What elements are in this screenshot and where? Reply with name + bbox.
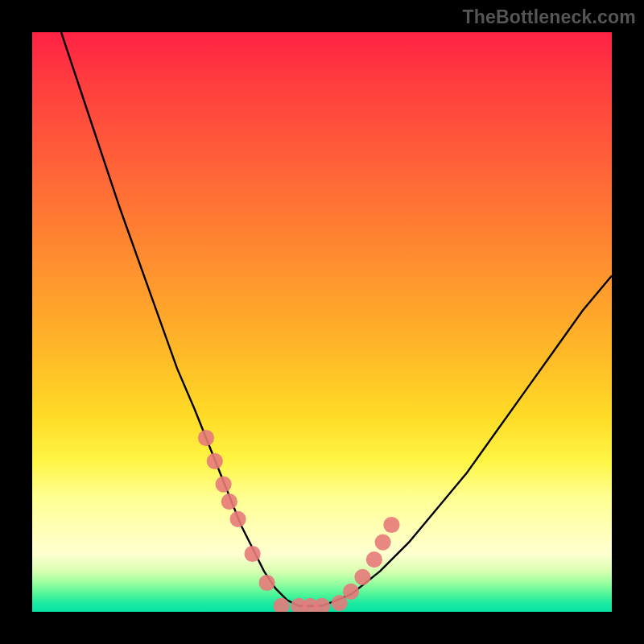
watermark-text: TheBottleneck.com [462, 6, 636, 28]
data-point [366, 551, 382, 568]
data-point [259, 575, 275, 591]
data-point [383, 517, 399, 533]
data-point [216, 477, 232, 493]
chart-frame: TheBottleneck.com [0, 0, 644, 644]
plot-area [32, 32, 612, 612]
data-point [314, 598, 330, 612]
data-point-markers [198, 430, 400, 612]
data-point [375, 535, 391, 551]
data-point [198, 430, 214, 446]
data-point [332, 595, 348, 611]
data-point [343, 584, 359, 600]
bottleneck-curve [61, 32, 612, 606]
data-point [230, 511, 246, 527]
data-point [207, 453, 223, 469]
curve-svg [32, 32, 612, 612]
data-point [221, 493, 237, 510]
data-point [245, 546, 261, 562]
data-point [354, 569, 370, 585]
